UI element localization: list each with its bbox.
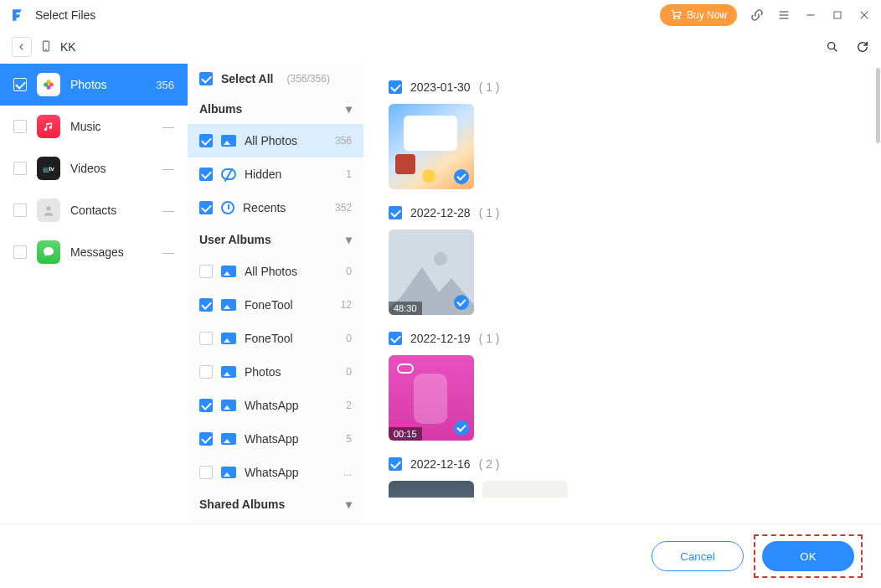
- back-button[interactable]: [12, 37, 32, 57]
- user-album-photos[interactable]: Photos 0: [188, 355, 363, 389]
- date-group-checkbox[interactable]: [389, 332, 402, 345]
- menu-icon[interactable]: [777, 8, 791, 22]
- album-recents[interactable]: Recents 352: [188, 191, 363, 224]
- date-group-checkbox[interactable]: [389, 457, 402, 471]
- chevron-down-icon[interactable]: ▾: [346, 498, 352, 511]
- svg-point-11: [828, 43, 835, 49]
- date-group-header[interactable]: 2022-12-16 ( 2 ): [389, 457, 856, 471]
- album-checkbox[interactable]: [199, 365, 213, 379]
- main: Photos 356 Music — 📺tv Videos — Contacts…: [0, 64, 881, 524]
- date-count: ( 1 ): [479, 332, 500, 345]
- contacts-app-icon: [37, 199, 60, 222]
- thumb-row: 00:15: [389, 355, 856, 441]
- date-group-checkbox[interactable]: [389, 80, 402, 94]
- svg-line-12: [834, 49, 837, 52]
- user-album-fonetool[interactable]: FoneTool 12: [188, 288, 363, 322]
- category-label: Music: [70, 120, 101, 133]
- category-photos[interactable]: Photos 356: [0, 64, 188, 106]
- music-app-icon: [37, 115, 60, 138]
- picture-icon: [221, 433, 236, 445]
- chevron-down-icon[interactable]: ▾: [346, 102, 352, 116]
- album-count: 12: [341, 299, 352, 311]
- user-album-fonetool-2[interactable]: FoneTool 0: [188, 322, 363, 355]
- search-icon[interactable]: [826, 40, 839, 54]
- date-group-header[interactable]: 2022-12-28 ( 1 ): [389, 206, 856, 219]
- album-label: WhatsApp: [245, 466, 299, 479]
- shared-albums-header-label: Shared Albums: [199, 498, 285, 511]
- category-music[interactable]: Music —: [0, 106, 188, 147]
- thumb-row: 48:30: [389, 230, 856, 315]
- video-thumbnail[interactable]: 48:30: [389, 230, 474, 315]
- maximize-icon[interactable]: [831, 8, 844, 22]
- date-group-header[interactable]: 2023-01-30 ( 1 ): [389, 80, 856, 94]
- album-checkbox[interactable]: [199, 298, 213, 312]
- close-icon[interactable]: [858, 8, 871, 22]
- album-label: Hidden: [245, 168, 281, 181]
- user-album-whatsapp-3[interactable]: WhatsApp ...: [188, 456, 363, 489]
- picture-icon: [221, 333, 236, 344]
- category-label: Videos: [70, 162, 106, 175]
- album-checkbox[interactable]: [199, 265, 213, 278]
- album-label: All Photos: [245, 134, 297, 147]
- album-checkbox[interactable]: [199, 134, 213, 147]
- picture-icon: [221, 266, 236, 277]
- cancel-button[interactable]: Cancel: [652, 541, 744, 571]
- album-filter-panel: Select All (356/356) Albums ▾ All Photos…: [188, 64, 363, 524]
- buy-now-button[interactable]: Buy Now: [660, 4, 737, 26]
- category-music-checkbox[interactable]: [13, 120, 27, 133]
- select-all-row[interactable]: Select All (356/356): [188, 64, 363, 94]
- category-messages-checkbox[interactable]: [13, 245, 27, 259]
- date-group-checkbox[interactable]: [389, 206, 402, 219]
- ok-button[interactable]: OK: [762, 541, 854, 571]
- photo-thumbnail[interactable]: [482, 481, 568, 498]
- category-sidebar: Photos 356 Music — 📺tv Videos — Contacts…: [0, 64, 188, 524]
- category-photos-checkbox[interactable]: [13, 78, 27, 91]
- album-checkbox[interactable]: [199, 432, 213, 446]
- album-all-photos[interactable]: All Photos 356: [188, 124, 363, 157]
- minimize-icon[interactable]: [804, 8, 817, 22]
- category-label: Contacts: [70, 204, 116, 217]
- album-checkbox[interactable]: [199, 201, 213, 214]
- link-icon[interactable]: [750, 8, 764, 22]
- category-messages[interactable]: Messages —: [0, 231, 188, 273]
- scrollbar[interactable]: [876, 68, 880, 143]
- album-checkbox[interactable]: [199, 168, 213, 181]
- album-checkbox[interactable]: [199, 332, 213, 345]
- date-group-header[interactable]: 2022-12-19 ( 1 ): [389, 332, 856, 345]
- thumb-row: [389, 481, 856, 498]
- shared-albums-section-header[interactable]: Shared Albums ▾: [188, 489, 363, 519]
- album-label: All Photos: [245, 265, 297, 278]
- user-album-all-photos[interactable]: All Photos 0: [188, 255, 363, 288]
- chevron-down-icon[interactable]: ▾: [346, 233, 352, 246]
- video-thumbnail[interactable]: 00:15: [389, 355, 474, 441]
- refresh-icon[interactable]: [856, 40, 869, 54]
- video-duration: 48:30: [389, 302, 422, 315]
- album-checkbox[interactable]: [199, 399, 213, 412]
- category-label: Messages: [70, 245, 124, 259]
- album-count: 352: [335, 202, 352, 214]
- select-all-checkbox[interactable]: [199, 72, 213, 85]
- titlebar: Select Files Buy Now: [0, 0, 881, 30]
- album-count: 0: [346, 366, 352, 378]
- photo-thumbnail[interactable]: [389, 481, 474, 498]
- albums-section-header[interactable]: Albums ▾: [188, 94, 363, 124]
- category-videos-checkbox[interactable]: [13, 162, 27, 175]
- user-album-whatsapp-2[interactable]: WhatsApp 5: [188, 422, 363, 456]
- date-label: 2022-12-16: [410, 457, 471, 471]
- user-albums-section-header[interactable]: User Albums ▾: [188, 224, 363, 255]
- album-checkbox[interactable]: [199, 466, 213, 479]
- category-count: 356: [156, 79, 174, 91]
- category-contacts[interactable]: Contacts —: [0, 189, 188, 231]
- picture-icon: [221, 400, 236, 411]
- album-count: 5: [346, 433, 352, 445]
- category-videos[interactable]: 📺tv Videos —: [0, 147, 188, 189]
- videos-app-icon: 📺tv: [37, 157, 60, 180]
- album-count: 2: [346, 400, 352, 411]
- category-contacts-checkbox[interactable]: [13, 204, 27, 217]
- user-album-whatsapp[interactable]: WhatsApp 2: [188, 389, 363, 422]
- app-logo: [10, 8, 25, 23]
- photo-thumbnail[interactable]: [389, 104, 474, 189]
- album-hidden[interactable]: Hidden 1: [188, 157, 363, 191]
- date-count: ( 1 ): [479, 80, 500, 94]
- messages-app-icon: [37, 240, 60, 264]
